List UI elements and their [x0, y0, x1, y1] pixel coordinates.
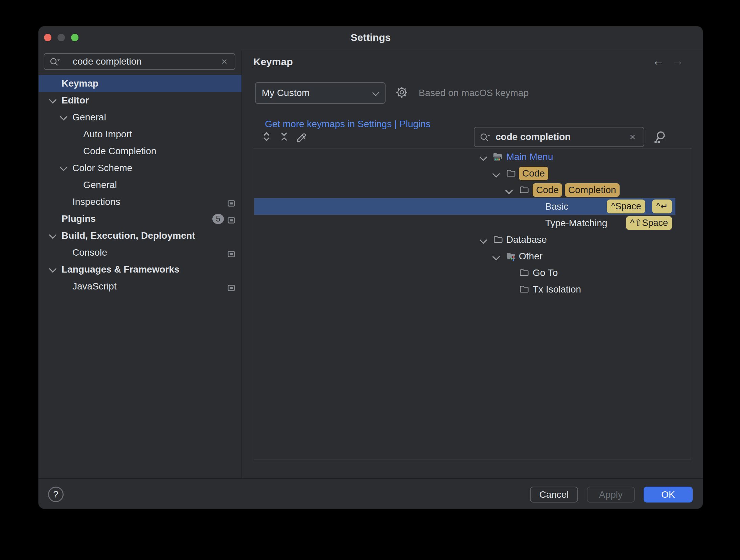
settings-search-value: code completion — [73, 54, 142, 69]
chevron-down-icon[interactable] — [480, 154, 487, 161]
gear-icon[interactable] — [396, 86, 409, 101]
sidebar-item-javascript[interactable]: JavaScript — [39, 278, 241, 295]
sidebar-item-plugins[interactable]: Plugins 5 — [39, 210, 241, 227]
page-title: Keymap — [253, 56, 293, 68]
settings-page-icon — [228, 215, 235, 226]
chevron-down-icon[interactable] — [505, 187, 513, 194]
apply-button[interactable]: Apply — [587, 487, 635, 503]
collapse-all-icon[interactable] — [278, 131, 290, 144]
folder-icon — [493, 235, 503, 246]
settings-page-icon — [228, 249, 235, 260]
help-button[interactable]: ? — [48, 487, 64, 502]
edit-shortcut-icon[interactable] — [296, 130, 309, 145]
sidebar-item-general[interactable]: General — [39, 109, 241, 126]
keymap-select-value: My Custom — [262, 83, 310, 103]
settings-page-icon — [228, 198, 235, 209]
match-highlight: Code — [533, 183, 562, 197]
shortcut-badge: ^Space — [607, 200, 645, 213]
keymap-based-on-label: Based on macOS keymap — [419, 82, 529, 104]
ok-button[interactable]: OK — [644, 487, 693, 503]
find-actions-by-shortcut-icon[interactable] — [653, 131, 667, 145]
titlebar-divider — [241, 50, 703, 50]
sidebar-item-color-scheme[interactable]: Color Scheme — [39, 160, 241, 177]
shortcut-badge: ^↵ — [652, 200, 672, 213]
settings-search-input[interactable]: code completion × — [44, 53, 235, 70]
expand-all-icon[interactable] — [260, 131, 273, 144]
shortcut-badge: ^⇧Space — [626, 216, 672, 230]
sidebar-item-keymap[interactable]: Keymap — [39, 75, 241, 92]
settings-window: Settings code completion × Keymap Editor… — [38, 26, 703, 509]
tree-row-tx-isolation[interactable]: Tx Isolation — [254, 281, 675, 298]
footer-divider — [39, 478, 703, 479]
search-icon — [50, 57, 63, 68]
sidebar-item-inspections[interactable]: Inspections — [39, 193, 241, 210]
cancel-button[interactable]: Cancel — [530, 487, 578, 503]
sidebar-item-auto-import[interactable]: Auto Import — [39, 126, 241, 143]
keymap-select[interactable]: My Custom — [255, 82, 386, 104]
tree-search-value: code completion — [495, 127, 571, 146]
chevron-down-icon[interactable] — [49, 96, 57, 104]
sidebar-item-code-completion[interactable]: Code Completion — [39, 143, 241, 160]
other-group-icon — [506, 252, 516, 264]
search-icon — [480, 133, 493, 144]
tree-row-database[interactable]: Database — [254, 231, 675, 248]
plugins-link[interactable]: Plugins — [399, 119, 431, 129]
match-highlight: Code — [519, 167, 548, 180]
clear-search-icon[interactable]: × — [629, 127, 635, 146]
folder-icon — [519, 285, 529, 296]
sidebar-item-build-execution-deployment[interactable]: Build, Execution, Deployment — [39, 227, 241, 244]
chevron-down-icon[interactable] — [480, 236, 487, 244]
settings-page-icon — [228, 283, 235, 294]
get-more-keymaps-link[interactable]: Get more keymaps in Settings — [265, 119, 392, 129]
tree-row-basic[interactable]: Basic ^Space ^↵ — [254, 198, 675, 215]
plugins-count-badge: 5 — [212, 214, 224, 224]
folder-icon — [519, 268, 529, 279]
sidebar-item-console[interactable]: Console — [39, 244, 241, 261]
sidebar-item-languages-frameworks[interactable]: Languages & Frameworks — [39, 261, 241, 278]
chevron-down-icon[interactable] — [49, 231, 57, 239]
window-title: Settings — [39, 32, 703, 43]
tree-search-input[interactable]: code completion × — [474, 127, 644, 147]
sidebar-item-editor[interactable]: Editor — [39, 92, 241, 109]
chevron-down-icon[interactable] — [492, 253, 500, 261]
tree-row-code-completion[interactable]: Code Completion — [254, 182, 675, 198]
tree-row-type-matching[interactable]: Type-Matching ^⇧Space — [254, 215, 675, 231]
back-arrow-icon[interactable]: ← — [652, 55, 665, 67]
tree-row-code[interactable]: Code — [254, 165, 675, 182]
sidebar-divider — [241, 50, 242, 478]
tree-row-go-to[interactable]: Go To — [254, 264, 675, 281]
chevron-down-icon[interactable] — [492, 170, 500, 178]
tree-row-main-menu[interactable]: Main Menu — [254, 148, 675, 165]
chevron-down-icon[interactable] — [60, 113, 68, 121]
forward-arrow-icon[interactable]: → — [672, 55, 684, 67]
sidebar-item-color-scheme-general[interactable]: General — [39, 177, 241, 193]
main-menu-icon — [493, 152, 503, 164]
match-highlight: Completion — [565, 183, 620, 197]
clear-search-icon[interactable]: × — [221, 54, 227, 69]
chevron-down-icon[interactable] — [49, 265, 57, 273]
folder-icon — [519, 185, 529, 196]
tree-row-other[interactable]: Other — [254, 248, 675, 264]
chevron-down-icon[interactable] — [60, 164, 68, 171]
chevron-down-icon — [372, 89, 379, 96]
link-separator: | — [392, 119, 399, 129]
folder-icon — [506, 169, 516, 180]
